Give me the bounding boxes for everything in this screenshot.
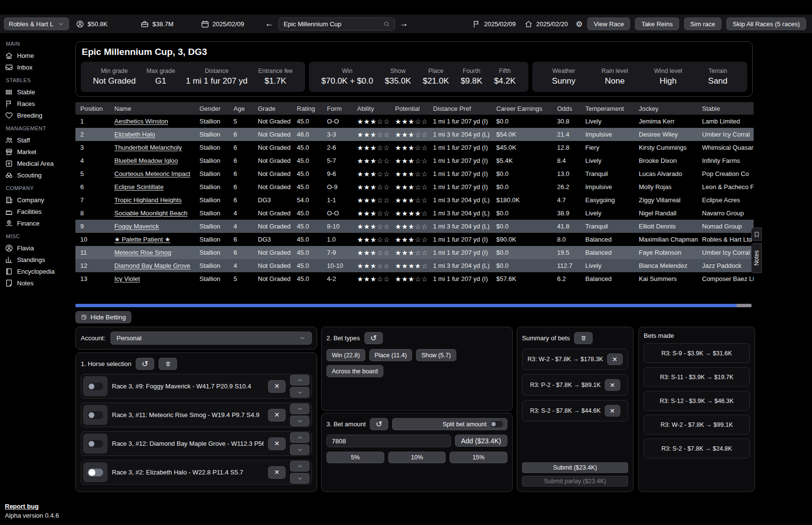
remove-horse-button[interactable]: ✕: [268, 380, 286, 393]
horse-name-link[interactable]: Diamond Bay Maple Grove: [114, 262, 190, 269]
bet-type-button[interactable]: Across the board: [326, 365, 383, 377]
sim-race-button[interactable]: Sim race: [684, 18, 722, 30]
horse-selection-clear-button[interactable]: [159, 358, 177, 370]
bet-type-button[interactable]: Place (11.4): [369, 349, 412, 361]
horse-name-link[interactable]: Meteoric Rise Smog: [114, 249, 171, 256]
sidebar-item-encyclopedia[interactable]: Encyclopedia: [5, 265, 73, 277]
column-header[interactable]: Career Earnings: [496, 105, 557, 112]
sidebar-item-company[interactable]: Company: [5, 194, 73, 206]
horse-name-link[interactable]: Eclipse Scintillate: [114, 183, 163, 191]
remove-horse-button[interactable]: ✕: [268, 409, 286, 421]
column-header[interactable]: Stable: [702, 105, 754, 112]
sidebar-item-races[interactable]: Races: [5, 98, 73, 109]
skip-all-races-button[interactable]: Skip All Races (5 races): [726, 18, 806, 30]
remove-bet-button[interactable]: ✕: [605, 379, 620, 391]
bookmark-tab[interactable]: [751, 228, 762, 241]
split-bet-toggle[interactable]: Split bet amount: [392, 418, 507, 430]
table-row[interactable]: 12 Diamond Bay Maple Grove Stallion4Not …: [75, 259, 754, 272]
column-header[interactable]: Age: [234, 105, 258, 112]
table-row[interactable]: 10 ★ Palette Patient ★ Stallion6DG3 45.0…: [75, 233, 754, 246]
prev-race-button[interactable]: ←: [265, 19, 273, 29]
horse-name-link[interactable]: Foggy Maverick: [114, 223, 159, 230]
bet-amount-reset-button[interactable]: ↺: [370, 418, 388, 430]
table-row[interactable]: 1 Aesthetics Winston Stallion5Not Graded…: [75, 115, 754, 128]
sidebar-item-home[interactable]: Home: [5, 50, 73, 61]
table-row[interactable]: 3 Thunderbolt Melancholy Stallion6Not Gr…: [75, 141, 754, 154]
sidebar-item-medical-area[interactable]: Medical Area: [5, 158, 73, 169]
bet-type-button[interactable]: Win (22.8): [326, 349, 365, 361]
move-down-button[interactable]: [290, 416, 309, 426]
take-reins-button[interactable]: Take Reins: [635, 18, 679, 30]
horse-toggle[interactable]: [83, 434, 108, 454]
summary-clear-button[interactable]: [574, 332, 593, 344]
sidebar-item-inbox[interactable]: Inbox: [5, 61, 73, 73]
hide-betting-button[interactable]: Hide Betting: [75, 311, 131, 323]
move-down-button[interactable]: [290, 473, 309, 484]
move-up-button[interactable]: [290, 403, 309, 414]
sidebar-item-breeding[interactable]: Breeding: [5, 109, 73, 121]
sidebar-item-notes[interactable]: Notes: [5, 277, 73, 289]
horse-name-link[interactable]: Tropic Highland Heights: [114, 196, 181, 204]
column-header[interactable]: Grade: [258, 105, 297, 112]
table-row[interactable]: 11 Meteoric Rise Smog Stallion6Not Grade…: [75, 246, 754, 259]
notes-side-tab[interactable]: Notes: [751, 243, 762, 273]
remove-horse-button[interactable]: ✕: [268, 466, 286, 479]
horse-name-link[interactable]: Courteous Meteoric Impact: [114, 170, 190, 177]
sidebar-item-scouting[interactable]: Scouting: [5, 169, 73, 181]
horse-name-link[interactable]: Thunderbolt Melancholy: [114, 144, 182, 151]
column-header[interactable]: Temperament: [585, 105, 639, 112]
report-bug-link[interactable]: Report bug: [5, 503, 59, 510]
horse-toggle[interactable]: [83, 376, 108, 396]
quick-percent-button[interactable]: 15%: [450, 452, 507, 463]
table-row[interactable]: 13 Icy Violet Stallion5Not Graded 45.04-…: [75, 272, 754, 285]
table-row[interactable]: 2 Elizabeth Halo Stallion6Not Graded 46.…: [75, 128, 754, 141]
submit-bets-button[interactable]: Submit ($23.4K): [522, 462, 628, 473]
move-up-button[interactable]: [290, 461, 309, 472]
column-header[interactable]: Jockey: [639, 105, 702, 112]
company-selector[interactable]: Robles & Hart L...: [4, 18, 69, 30]
horse-name-link[interactable]: Bluebell Meadow Igloo: [114, 157, 178, 164]
sidebar-item-stable[interactable]: Stable: [5, 86, 73, 98]
bet-amount-input[interactable]: [326, 435, 451, 447]
settings-gear-icon[interactable]: ⚙: [576, 19, 582, 29]
column-header[interactable]: Odds: [557, 105, 585, 112]
column-header[interactable]: Ability: [357, 105, 395, 112]
sidebar-item-finance[interactable]: Finance: [5, 217, 73, 229]
sidebar-item-standings[interactable]: Standings: [5, 254, 73, 265]
horse-name-link[interactable]: Elizabeth Halo: [114, 131, 155, 138]
move-down-button[interactable]: [290, 387, 309, 398]
column-header[interactable]: Position: [80, 105, 114, 112]
view-race-button[interactable]: View Race: [587, 18, 630, 30]
column-header[interactable]: Distance Pref: [433, 105, 496, 112]
horse-selection-reset-button[interactable]: ↺: [136, 358, 154, 370]
sidebar-item-staff[interactable]: Staff: [5, 134, 73, 146]
table-row[interactable]: 8 Sociable Moonlight Beach Stallion4Not …: [75, 207, 754, 220]
column-header[interactable]: Form: [327, 105, 357, 112]
submit-parlay-button[interactable]: Submit parlay ($23.4K): [522, 476, 628, 487]
horse-name-link[interactable]: Icy Violet: [114, 275, 140, 282]
column-header[interactable]: Name: [114, 105, 199, 112]
sidebar-item-facilities[interactable]: Facilities: [5, 206, 73, 217]
column-header[interactable]: Rating: [297, 105, 327, 112]
horse-toggle[interactable]: [83, 405, 108, 425]
remove-bet-button[interactable]: ✕: [605, 405, 620, 417]
bet-types-reset-button[interactable]: ↺: [364, 332, 383, 344]
move-up-button[interactable]: [290, 432, 309, 443]
race-search[interactable]: Epic Millennium Cup: [278, 18, 395, 31]
column-header[interactable]: Potential: [395, 105, 433, 112]
bet-type-button[interactable]: Show (5.7): [416, 349, 456, 361]
horse-name-link[interactable]: ★ Palette Patient ★: [114, 236, 170, 243]
horse-toggle[interactable]: [83, 462, 108, 482]
column-header[interactable]: Gender: [199, 105, 234, 112]
horse-name-link[interactable]: Sociable Moonlight Beach: [114, 210, 187, 217]
sidebar-item-market[interactable]: Market: [5, 146, 73, 158]
quick-percent-button[interactable]: 10%: [388, 452, 446, 463]
move-down-button[interactable]: [290, 444, 309, 455]
next-race-button[interactable]: →: [400, 19, 408, 29]
remove-bet-button[interactable]: ✕: [607, 353, 623, 365]
horse-name-link[interactable]: Aesthetics Winston: [114, 118, 168, 125]
add-bet-button[interactable]: Add ($23.4K): [455, 435, 508, 447]
remove-horse-button[interactable]: ✕: [268, 438, 286, 450]
table-row[interactable]: 4 Bluebell Meadow Igloo Stallion6Not Gra…: [75, 154, 754, 167]
account-select[interactable]: Personal: [110, 332, 312, 345]
